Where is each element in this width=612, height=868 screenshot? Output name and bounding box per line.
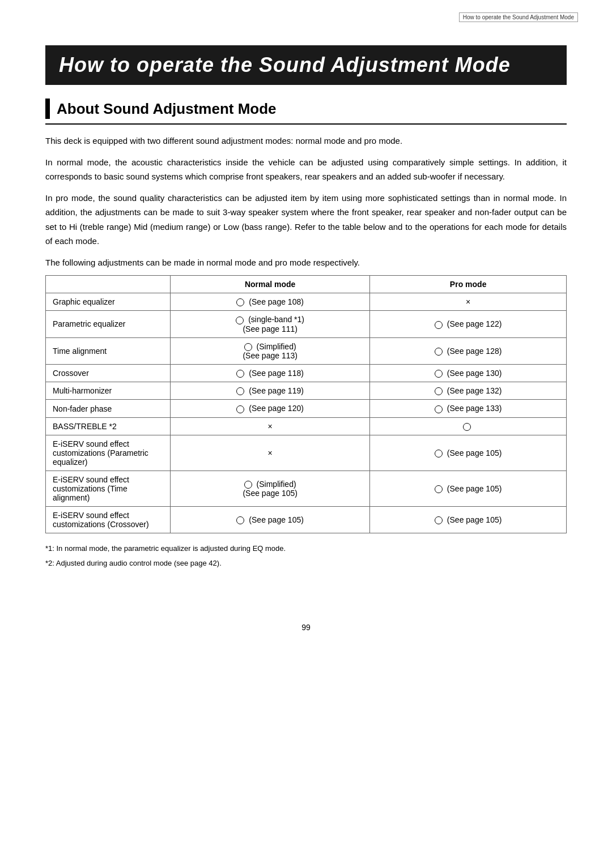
table-cell-pro: (See page 132) <box>370 382 567 400</box>
table-row: Crossover (See page 118) (See page 130) <box>46 364 567 382</box>
col-header-feature <box>46 276 171 293</box>
table-cell-normal: (See page 120) <box>171 400 370 417</box>
chapter-title-block: How to operate the Sound Adjustment Mode <box>45 45 567 85</box>
table-row: Parametric equalizer (single-band *1)(Se… <box>46 311 567 337</box>
table-cell-pro <box>370 417 567 435</box>
table-cell-pro: × <box>370 293 567 311</box>
paragraph-3: In pro mode, the sound quality character… <box>45 191 567 249</box>
paragraph-2: In normal mode, the acoustic characteris… <box>45 155 567 184</box>
table-cell-feature: E-iSERV sound effect customizations (Cro… <box>46 507 171 533</box>
table-row: E-iSERV sound effect customizations (Par… <box>46 435 567 471</box>
table-cell-feature: BASS/TREBLE *2 <box>46 417 171 435</box>
section-header: About Sound Adjustment Mode <box>45 99 567 125</box>
table-cell-normal: × <box>171 417 370 435</box>
section-title: About Sound Adjustment Mode <box>57 100 277 118</box>
footnote-1: *1: In normal mode, the parametric equal… <box>45 542 567 555</box>
page-number: 99 <box>0 623 612 632</box>
table-cell-feature: Time alignment <box>46 337 171 364</box>
table-cell-feature: Non-fader phase <box>46 400 171 417</box>
footnote-2: *2: Adjusted during audio control mode (… <box>45 557 567 570</box>
table-cell-feature: Crossover <box>46 364 171 382</box>
table-row: BASS/TREBLE *2× <box>46 417 567 435</box>
table-cell-feature: E-iSERV sound effect customizations (Par… <box>46 435 171 471</box>
table-cell-normal: (Simplified)(See page 105) <box>171 471 370 507</box>
table-cell-feature: Parametric equalizer <box>46 311 171 337</box>
table-row: Non-fader phase (See page 120) (See page… <box>46 400 567 417</box>
footnotes-block: *1: In normal mode, the parametric equal… <box>45 542 567 570</box>
table-cell-feature: Graphic equalizer <box>46 293 171 311</box>
table-cell-normal: (See page 108) <box>171 293 370 311</box>
table-row: Multi-harmonizer (See page 119) (See pag… <box>46 382 567 400</box>
table-cell-normal: × <box>171 435 370 471</box>
col-header-normal: Normal mode <box>171 276 370 293</box>
table-cell-normal: (See page 119) <box>171 382 370 400</box>
table-row: Graphic equalizer (See page 108)× <box>46 293 567 311</box>
table-cell-pro: (See page 133) <box>370 400 567 417</box>
table-cell-normal: (See page 105) <box>171 507 370 533</box>
table-cell-pro: (See page 105) <box>370 507 567 533</box>
table-cell-feature: E-iSERV sound effect customizations (Tim… <box>46 471 171 507</box>
table-cell-pro: (See page 122) <box>370 311 567 337</box>
table-header-row: Normal mode Pro mode <box>46 276 567 293</box>
table-cell-pro: (See page 128) <box>370 337 567 364</box>
table-cell-normal: (Simplified)(See page 113) <box>171 337 370 364</box>
adjustment-table: Normal mode Pro mode Graphic equalizer (… <box>45 275 567 533</box>
table-cell-normal: (See page 118) <box>171 364 370 382</box>
col-header-pro: Pro mode <box>370 276 567 293</box>
table-row: Time alignment (Simplified)(See page 113… <box>46 337 567 364</box>
table-row: E-iSERV sound effect customizations (Tim… <box>46 471 567 507</box>
chapter-title: How to operate the Sound Adjustment Mode <box>59 53 553 77</box>
table-cell-feature: Multi-harmonizer <box>46 382 171 400</box>
table-intro: The following adjustments can be made in… <box>45 255 567 270</box>
paragraph-1: This deck is equipped with two different… <box>45 134 567 148</box>
table-cell-normal: (single-band *1)(See page 111) <box>171 311 370 337</box>
table-row: E-iSERV sound effect customizations (Cro… <box>46 507 567 533</box>
section-bar-accent <box>45 99 50 119</box>
table-cell-pro: (See page 105) <box>370 435 567 471</box>
table-cell-pro: (See page 130) <box>370 364 567 382</box>
header-nav-label: How to operate the Sound Adjustment Mode <box>459 12 578 22</box>
table-cell-pro: (See page 105) <box>370 471 567 507</box>
